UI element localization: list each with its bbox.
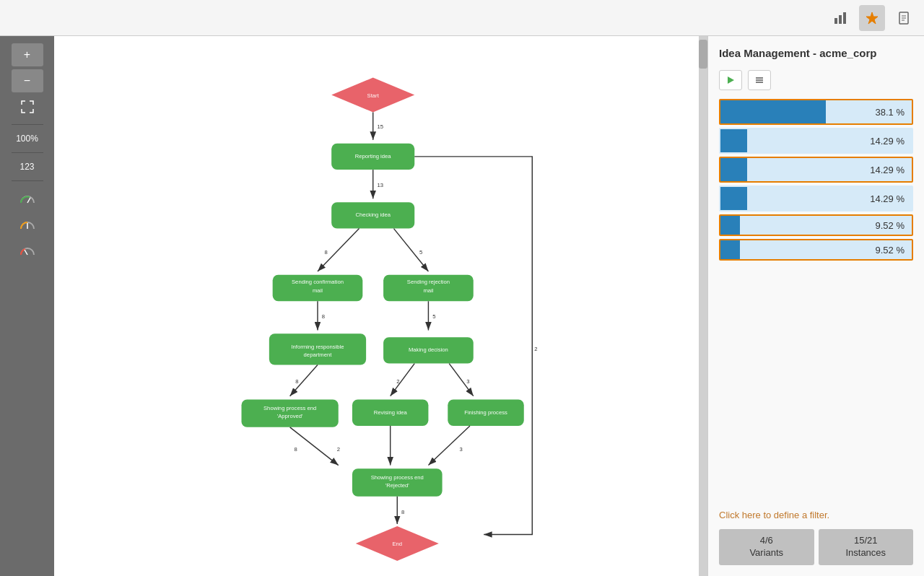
gauge-up-button[interactable] xyxy=(12,187,43,210)
variants-sub: Variants xyxy=(749,547,783,558)
canvas-scrollbar[interactable] xyxy=(699,36,707,576)
instances-count: 15/21 xyxy=(854,535,878,546)
edge-label-3b: 3 xyxy=(460,446,463,453)
checking-idea-label: Checking idea xyxy=(355,211,391,218)
variant-bar-label-5: 9.52 % xyxy=(720,220,912,231)
edge-informing-approved xyxy=(290,365,318,396)
svg-rect-0 xyxy=(834,18,837,24)
rejected-label2: 'Rejected' xyxy=(385,482,410,489)
right-panel: Idea Management - acme_corp 38.1 % xyxy=(707,36,924,576)
scrollbar-thumb[interactable] xyxy=(699,40,707,69)
edge-label-8e: 8 xyxy=(401,509,404,515)
end-label: End xyxy=(392,541,402,547)
expand-icon xyxy=(20,100,35,114)
panel-title: Idea Management - acme_corp xyxy=(719,47,913,59)
edge-label-8b: 8 xyxy=(322,313,325,320)
zoom-in-button[interactable]: + xyxy=(12,43,43,66)
gauge-up-icon xyxy=(19,193,35,204)
edge-label-2a: 2 xyxy=(396,378,399,385)
gauge-mid-button[interactable] xyxy=(12,213,43,236)
main-layout: + − 100% 123 xyxy=(0,36,924,576)
list-icon xyxy=(754,75,764,85)
fit-screen-button[interactable] xyxy=(12,95,43,118)
variant-bar-6[interactable]: 9.52 % xyxy=(719,239,913,261)
edge-label-15: 15 xyxy=(377,123,383,130)
variant-bar-label-6: 9.52 % xyxy=(720,245,912,256)
rejection-label: Sending rejection xyxy=(407,279,450,285)
variant-bar-label-1: 38.1 % xyxy=(720,107,912,118)
edge-label-2c: 2 xyxy=(337,446,340,453)
rejected-label: Showing process end xyxy=(371,474,424,481)
svg-line-10 xyxy=(25,250,27,255)
star-chart-button[interactable] xyxy=(859,5,885,31)
revising-label: Revising idea xyxy=(374,409,408,416)
edge-label-8c: 8 xyxy=(295,378,298,385)
left-sidebar: + − 100% 123 xyxy=(0,36,54,576)
confirmation-label: Sending confirmation xyxy=(292,279,344,285)
edge-label-8d: 8 xyxy=(294,446,297,453)
top-toolbar xyxy=(0,0,924,36)
approved-label2: 'Approved' xyxy=(277,413,303,419)
svg-rect-1 xyxy=(839,15,842,24)
variant-bar-label-3: 14.29 % xyxy=(720,165,912,175)
gauge-down-button[interactable] xyxy=(12,239,43,262)
play-icon xyxy=(725,75,736,85)
edge-label-13: 13 xyxy=(377,182,383,188)
variant-bar-2[interactable]: 14.29 % xyxy=(719,128,913,154)
instances-button[interactable]: 15/21 Instances xyxy=(819,529,914,565)
variant-bar-label-4: 14.29 % xyxy=(720,193,912,204)
approved-label: Showing process end xyxy=(263,405,316,411)
list-button[interactable] xyxy=(748,70,771,90)
bar-chart-button[interactable] xyxy=(827,5,853,31)
zoom-level-label: 100% xyxy=(16,134,38,144)
rejection-label2: mail xyxy=(423,287,433,294)
bar-chart-icon xyxy=(833,11,847,25)
variants-button[interactable]: 4/6 Variants xyxy=(719,529,814,565)
edge-approved-rejected xyxy=(290,427,339,466)
flowchart-svg: Start 15 Reporting idea 13 Checking idea… xyxy=(54,36,699,576)
svg-marker-12 xyxy=(728,77,734,84)
informing-label2: department xyxy=(304,352,333,358)
edge-decision-revising xyxy=(391,364,415,396)
variant-bar-4[interactable]: 14.29 % xyxy=(719,186,913,211)
star-chart-icon xyxy=(865,11,879,25)
confirmation-label2: mail xyxy=(313,287,323,294)
edge-label-5b: 5 xyxy=(432,313,435,320)
edge-checking-rejection xyxy=(393,229,428,271)
filter-link[interactable]: Click here to define a filter. xyxy=(719,510,913,520)
edge-label-2b: 2 xyxy=(534,346,537,352)
finishing-label: Finishing process xyxy=(464,409,507,416)
decision-label: Making decision xyxy=(409,346,448,353)
document-button[interactable] xyxy=(891,5,917,31)
edge-checking-confirmation xyxy=(318,229,359,271)
gauge-down-icon xyxy=(19,245,35,256)
variants-count: 4/6 xyxy=(760,535,773,546)
svg-rect-2 xyxy=(843,12,846,24)
sidebar-divider-1 xyxy=(12,124,43,125)
svg-line-8 xyxy=(27,198,30,203)
start-label: Start xyxy=(367,92,380,99)
edge-label-8a: 8 xyxy=(325,249,328,256)
document-icon xyxy=(897,11,911,25)
variant-bar-1[interactable]: 38.1 % xyxy=(719,99,913,125)
sidebar-divider-3 xyxy=(12,180,43,181)
variant-bar-3[interactable]: 14.29 % xyxy=(719,157,913,183)
informing-label: Informing responsible xyxy=(291,344,344,350)
canvas-area[interactable]: Start 15 Reporting idea 13 Checking idea… xyxy=(54,36,699,576)
play-button[interactable] xyxy=(719,70,742,90)
variant-bar-label-2: 14.29 % xyxy=(720,136,912,147)
variant-bar-5[interactable]: 9.52 % xyxy=(719,214,913,236)
edge-label-3a: 3 xyxy=(466,378,469,385)
sidebar-divider-2 xyxy=(12,152,43,153)
instances-sub: Instances xyxy=(845,547,886,558)
gauge-mid-icon xyxy=(19,219,35,230)
panel-bottom: 4/6 Variants 15/21 Instances xyxy=(719,529,913,565)
panel-toolbar xyxy=(719,70,913,90)
reporting-idea-label: Reporting idea xyxy=(355,153,392,160)
svg-marker-3 xyxy=(866,12,878,24)
edge-decision-finishing xyxy=(449,364,474,396)
variant-bars: 38.1 % 14.29 % 14.29 % 14.29 % 9.52 % 9. xyxy=(719,99,913,502)
zoom-out-button[interactable]: − xyxy=(12,69,43,92)
page-label: 123 xyxy=(19,162,34,172)
edge-label-5a: 5 xyxy=(419,249,422,256)
